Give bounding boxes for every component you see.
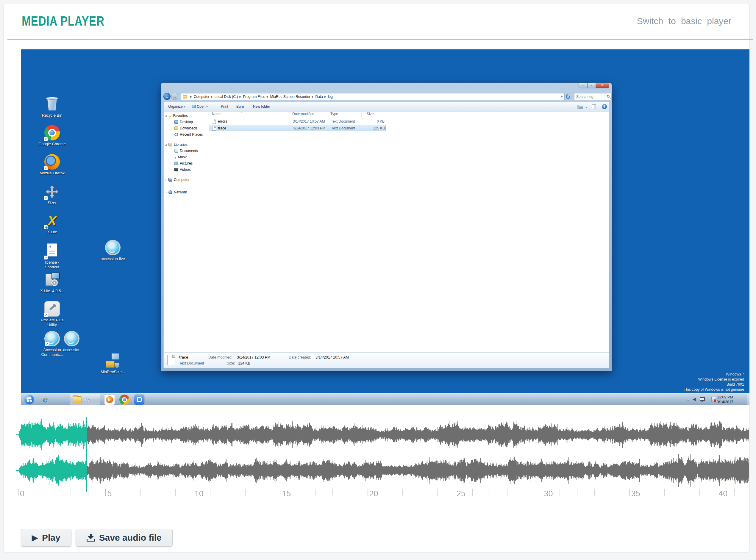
desktop-icon-label: MiaRecScre... (99, 369, 127, 374)
desktop-mini-icon (174, 120, 178, 124)
ruler-major-tick (105, 488, 106, 496)
play-button-label: Play (42, 533, 60, 543)
show-hidden-icons-caret[interactable]: ▴ (687, 398, 689, 401)
show-desktop-button[interactable] (747, 394, 750, 405)
views-icon[interactable] (577, 105, 583, 109)
taskbar-internet-explorer[interactable]: e (40, 395, 50, 405)
ruler-minor-tick (315, 488, 316, 496)
nav-favorites[interactable]: ★Favorites (168, 114, 188, 118)
ruler-minor-tick (53, 488, 53, 496)
nav-computer[interactable]: Computer (168, 178, 190, 182)
desktop-icon-sizer[interactable]: ↗ Sizer (38, 184, 66, 205)
network-status-icon[interactable] (700, 397, 705, 401)
desktop-icon-prosafe-plus-utility[interactable]: ↗ ProSafe Plus Utility (38, 301, 66, 327)
waveform-display[interactable] (16, 418, 750, 489)
desktop-icon-accession-live[interactable]: accession-live (99, 240, 127, 261)
taskbar-camera-app[interactable] (134, 395, 144, 405)
start-button[interactable] (24, 395, 34, 405)
desktop-icon-google-chrome[interactable]: ↗ Google Chrome (38, 125, 66, 146)
close-button[interactable]: × (596, 83, 609, 88)
file-row-errors[interactable]: errors 3/14/2017 10:57 AM Text Document … (210, 118, 386, 125)
taskbar-window-label: log (84, 397, 89, 402)
clock-date: 3/14/2017 (714, 400, 736, 404)
back-button[interactable]: ← (163, 93, 171, 100)
expander-icon[interactable]: ◢ (165, 143, 167, 146)
minimize-button[interactable]: – (579, 83, 587, 88)
details-created-label: Date created: (289, 355, 311, 359)
new-folder-button[interactable]: New folder (253, 104, 270, 108)
column-header-size[interactable]: Size (367, 112, 374, 118)
desktop-icon-recycle-bin[interactable]: Recycle Bin (38, 96, 66, 118)
ruler-major-tick (630, 488, 630, 496)
maximize-button[interactable]: ▫ (587, 83, 596, 88)
burn-button[interactable]: Burn (236, 104, 244, 108)
column-header-date-modified[interactable]: Date modified (292, 112, 314, 118)
desktop-icon-x-lite-installer[interactable]: X Lite_4.9.5... (38, 272, 66, 294)
column-header-type[interactable]: Type (331, 112, 338, 118)
ruler-minor-tick (437, 488, 438, 496)
print-button[interactable]: Print (221, 104, 228, 108)
desktop-icon-license-shortcut[interactable]: A ↗ license - Shortcut (38, 243, 66, 269)
taskbar-chrome[interactable] (119, 395, 130, 405)
breadcrumb-segment[interactable]: Local Disk (C:) (215, 95, 238, 99)
desktop-icon-mozilla-firefox[interactable]: ↗ Mozilla Firefox (38, 154, 66, 176)
breadcrumb-segment[interactable]: MiaRec Screen Recorder (270, 95, 311, 99)
desktop-icon-miarec[interactable]: MiaRecScre... (99, 353, 127, 374)
waveform-canvas[interactable] (16, 418, 750, 489)
refresh-icon[interactable] (565, 94, 571, 100)
search-box[interactable] (574, 93, 612, 100)
expander-icon[interactable]: ▷ (165, 179, 167, 181)
breadcrumb-segment[interactable]: Computer (194, 95, 210, 99)
nav-recent-places[interactable]: Recent Places (174, 133, 203, 137)
nav-videos[interactable]: Videos (174, 167, 191, 172)
nav-libraries[interactable]: Libraries (168, 142, 187, 147)
taskbar-media-player[interactable]: ▶ (104, 395, 115, 405)
camera-icon (137, 397, 142, 402)
nav-downloads[interactable]: Downloads (174, 126, 197, 130)
desktop-icon-label: ProSafe Plus Utility (38, 318, 66, 327)
play-button[interactable]: ▶ Play (21, 529, 72, 546)
nav-pictures[interactable]: Pictures (174, 161, 193, 165)
column-divider[interactable] (290, 113, 290, 117)
views-chevron-icon[interactable]: ▾ (584, 105, 587, 109)
address-breadcrumb[interactable]: ▶ Computer ▶ Local Disk (C:) ▶ Program F… (181, 93, 564, 100)
nav-documents[interactable]: Documents (174, 149, 198, 153)
organize-menu[interactable]: Organize▾ (168, 104, 185, 108)
search-input[interactable] (576, 94, 604, 99)
file-row-trace-selected[interactable]: trace 3/14/2017 12:03 PM Text Document 1… (210, 125, 386, 131)
preview-pane-icon[interactable] (592, 104, 596, 109)
volume-icon[interactable] (693, 398, 697, 401)
nav-music[interactable]: ♪Music (174, 155, 187, 159)
desktop-icon-label: Sizer (38, 201, 66, 205)
breadcrumb-segment[interactable]: log (328, 95, 333, 99)
breadcrumb-segment[interactable]: Data (315, 95, 323, 99)
activation-line: Build 7601 (684, 382, 744, 387)
save-audio-file-button[interactable]: Save audio file (76, 529, 173, 546)
file-list: ▵ Name Date modified Type Size errors 3/… (209, 112, 609, 352)
column-header-name[interactable]: Name (212, 112, 221, 118)
screen-recording-view[interactable]: Recycle Bin ↗ Google Chrome ↗ Mozilla Fi… (21, 49, 750, 405)
expander-icon[interactable]: ▷ (165, 191, 167, 194)
breadcrumb-segment[interactable]: Program Files (243, 95, 265, 99)
taskbar-active-explorer-log[interactable]: log (69, 394, 100, 405)
help-icon[interactable]: ? (602, 104, 607, 109)
taskbar-clock[interactable]: 12:09 PM 3/14/2017 (714, 395, 736, 404)
nav-desktop[interactable]: Desktop (174, 120, 193, 124)
switch-to-basic-player-link[interactable]: Switch to basic player (637, 16, 731, 26)
explorer-window[interactable]: – ▫ × ← → ▶ Computer ▶ Local Disk (C:) ▶… (161, 83, 612, 371)
text-file-icon (167, 355, 175, 365)
nav-network[interactable]: Network (168, 190, 187, 194)
details-file-name: trace (179, 355, 188, 359)
column-divider[interactable] (361, 113, 362, 117)
navigation-pane: ◢ ★Favorites Desktop Downloads Recent Pl… (164, 112, 209, 352)
playhead[interactable] (86, 417, 87, 492)
file-size: 0 KB (358, 119, 384, 123)
timeline-ruler[interactable]: 0510152025303540 (16, 488, 750, 500)
chevron-down-icon[interactable]: ▾ (561, 95, 562, 99)
desktop-icon-accession[interactable]: accession (57, 331, 86, 352)
desktop-icon-x-lite[interactable]: X↗ X Lite (38, 213, 66, 235)
expander-icon[interactable]: ◢ (165, 115, 167, 117)
action-center-flag-icon[interactable] (711, 397, 712, 402)
forward-button[interactable]: → (171, 93, 178, 100)
open-menu[interactable]: Open▾ (192, 104, 208, 108)
